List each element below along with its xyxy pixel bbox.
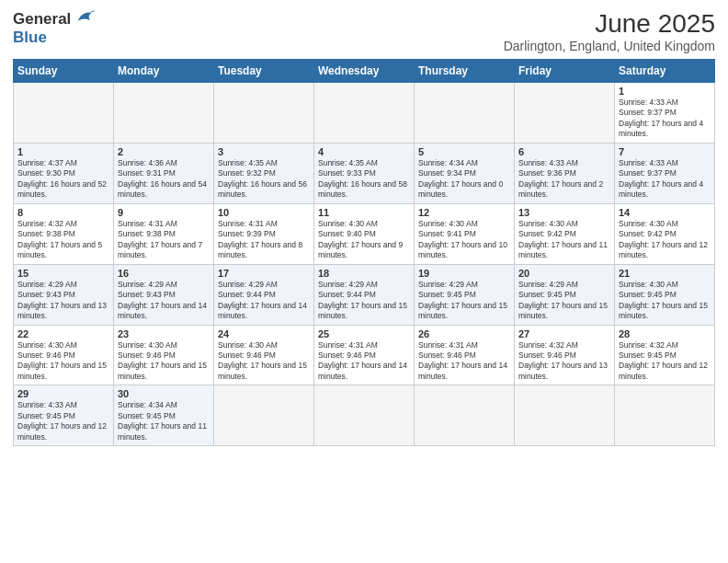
day-number: 2 [118, 146, 210, 157]
calendar-day: 28Sunrise: 4:32 AMSunset: 9:45 PMDayligh… [615, 325, 715, 385]
calendar-day: 6Sunrise: 4:33 AMSunset: 9:36 PMDaylight… [515, 143, 615, 203]
calendar-day: 1Sunrise: 4:37 AMSunset: 9:30 PMDaylight… [14, 143, 114, 203]
calendar-day: 22Sunrise: 4:30 AMSunset: 9:46 PMDayligh… [14, 325, 114, 385]
calendar-day: 15Sunrise: 4:29 AMSunset: 9:43 PMDayligh… [14, 264, 114, 325]
logo: General Blue [13, 9, 95, 47]
calendar-day: 4Sunrise: 4:35 AMSunset: 9:33 PMDaylight… [314, 143, 415, 203]
day-detail: Sunrise: 4:32 AMSunset: 9:45 PMDaylight:… [619, 340, 711, 383]
day-detail: Sunrise: 4:30 AMSunset: 9:41 PMDaylight:… [418, 219, 510, 261]
calendar-day: 26Sunrise: 4:31 AMSunset: 9:46 PMDayligh… [415, 325, 515, 385]
day-detail: Sunrise: 4:30 AMSunset: 9:46 PMDaylight:… [118, 340, 210, 383]
calendar-title: June 2025 [504, 9, 715, 39]
calendar-day: 25Sunrise: 4:31 AMSunset: 9:46 PMDayligh… [314, 325, 415, 385]
col-monday: Monday [114, 60, 214, 83]
calendar-day: 7Sunrise: 4:33 AMSunset: 9:37 PMDaylight… [615, 143, 715, 203]
col-wednesday: Wednesday [314, 60, 415, 83]
day-number: 25 [318, 328, 410, 339]
day-detail: Sunrise: 4:31 AMSunset: 9:38 PMDaylight:… [118, 219, 210, 261]
day-detail: Sunrise: 4:35 AMSunset: 9:32 PMDaylight:… [218, 158, 310, 201]
day-number: 19 [418, 268, 510, 279]
calendar-day: 13Sunrise: 4:30 AMSunset: 9:42 PMDayligh… [515, 203, 615, 264]
col-friday: Friday [515, 60, 615, 83]
logo-general: General [13, 10, 71, 28]
calendar-day [314, 83, 415, 144]
calendar-table: Sunday Monday Tuesday Wednesday Thursday… [13, 59, 715, 446]
calendar-day [515, 83, 615, 144]
calendar-day [415, 83, 515, 144]
day-detail: Sunrise: 4:29 AMSunset: 9:43 PMDaylight:… [118, 280, 210, 322]
day-detail: Sunrise: 4:30 AMSunset: 9:46 PMDaylight:… [218, 340, 310, 383]
day-number: 10 [218, 207, 310, 218]
day-detail: Sunrise: 4:32 AMSunset: 9:38 PMDaylight:… [17, 219, 109, 261]
day-number: 21 [619, 268, 711, 279]
calendar-day [615, 385, 715, 446]
calendar-day: 12Sunrise: 4:30 AMSunset: 9:41 PMDayligh… [415, 203, 515, 264]
day-number: 28 [619, 328, 711, 339]
calendar-day [515, 385, 615, 446]
day-number: 7 [619, 146, 711, 157]
calendar-day: 17Sunrise: 4:29 AMSunset: 9:44 PMDayligh… [214, 264, 314, 325]
day-number: 23 [118, 328, 210, 339]
day-number: 16 [118, 268, 210, 279]
calendar-week-6: 29Sunrise: 4:33 AMSunset: 9:45 PMDayligh… [14, 385, 715, 446]
day-number: 13 [518, 207, 610, 218]
col-tuesday: Tuesday [214, 60, 314, 83]
calendar-week-1: 1Sunrise: 4:33 AMSunset: 9:37 PMDaylight… [14, 83, 715, 144]
day-detail: Sunrise: 4:31 AMSunset: 9:46 PMDaylight:… [318, 340, 410, 383]
day-number: 18 [318, 268, 410, 279]
calendar-day: 10Sunrise: 4:31 AMSunset: 9:39 PMDayligh… [214, 203, 314, 264]
day-number: 4 [318, 146, 410, 157]
calendar-day: 27Sunrise: 4:32 AMSunset: 9:46 PMDayligh… [515, 325, 615, 385]
day-detail: Sunrise: 4:33 AMSunset: 9:45 PMDaylight:… [17, 400, 109, 442]
calendar-week-5: 22Sunrise: 4:30 AMSunset: 9:46 PMDayligh… [14, 325, 715, 385]
day-detail: Sunrise: 4:33 AMSunset: 9:36 PMDaylight:… [518, 158, 610, 201]
calendar-day: 23Sunrise: 4:30 AMSunset: 9:46 PMDayligh… [114, 325, 214, 385]
calendar-day: 14Sunrise: 4:30 AMSunset: 9:42 PMDayligh… [615, 203, 715, 264]
calendar-day [214, 385, 314, 446]
col-sunday: Sunday [14, 60, 114, 83]
col-saturday: Saturday [615, 60, 715, 83]
calendar-day: 1Sunrise: 4:33 AMSunset: 9:37 PMDaylight… [615, 83, 715, 144]
day-detail: Sunrise: 4:29 AMSunset: 9:45 PMDaylight:… [518, 280, 610, 322]
day-detail: Sunrise: 4:35 AMSunset: 9:33 PMDaylight:… [318, 158, 410, 201]
day-number: 9 [118, 207, 210, 218]
calendar-day: 2Sunrise: 4:36 AMSunset: 9:31 PMDaylight… [114, 143, 214, 203]
day-number: 1 [619, 86, 711, 97]
day-number: 5 [418, 146, 510, 157]
header: General Blue June 2025 Darlington, Engla… [13, 9, 715, 53]
calendar-day [14, 83, 114, 144]
calendar-day [415, 385, 515, 446]
day-number: 17 [218, 268, 310, 279]
day-number: 11 [318, 207, 410, 218]
calendar-location: Darlington, England, United Kingdom [504, 39, 715, 53]
day-detail: Sunrise: 4:30 AMSunset: 9:45 PMDaylight:… [619, 280, 711, 322]
day-detail: Sunrise: 4:30 AMSunset: 9:42 PMDaylight:… [518, 219, 610, 261]
logo-blue: Blue [13, 29, 47, 46]
day-number: 15 [17, 268, 109, 279]
day-detail: Sunrise: 4:33 AMSunset: 9:37 PMDaylight:… [619, 158, 711, 201]
day-detail: Sunrise: 4:29 AMSunset: 9:45 PMDaylight:… [418, 280, 510, 322]
calendar-header-row: Sunday Monday Tuesday Wednesday Thursday… [14, 60, 715, 83]
calendar-week-3: 8Sunrise: 4:32 AMSunset: 9:38 PMDaylight… [14, 203, 715, 264]
day-number: 3 [218, 146, 310, 157]
calendar-week-2: 1Sunrise: 4:37 AMSunset: 9:30 PMDaylight… [14, 143, 715, 203]
day-number: 30 [118, 388, 210, 399]
calendar-week-4: 15Sunrise: 4:29 AMSunset: 9:43 PMDayligh… [14, 264, 715, 325]
calendar-day: 21Sunrise: 4:30 AMSunset: 9:45 PMDayligh… [615, 264, 715, 325]
day-number: 8 [17, 207, 109, 218]
day-number: 1 [17, 146, 109, 157]
day-number: 27 [518, 328, 610, 339]
day-detail: Sunrise: 4:29 AMSunset: 9:44 PMDaylight:… [218, 280, 310, 322]
calendar-day: 20Sunrise: 4:29 AMSunset: 9:45 PMDayligh… [515, 264, 615, 325]
calendar-day: 16Sunrise: 4:29 AMSunset: 9:43 PMDayligh… [114, 264, 214, 325]
day-detail: Sunrise: 4:30 AMSunset: 9:42 PMDaylight:… [619, 219, 711, 261]
calendar-day: 30Sunrise: 4:34 AMSunset: 9:45 PMDayligh… [114, 385, 214, 446]
day-detail: Sunrise: 4:33 AMSunset: 9:37 PMDaylight:… [619, 98, 711, 140]
day-detail: Sunrise: 4:30 AMSunset: 9:40 PMDaylight:… [318, 219, 410, 261]
calendar-day [214, 83, 314, 144]
col-thursday: Thursday [415, 60, 515, 83]
calendar-day: 18Sunrise: 4:29 AMSunset: 9:44 PMDayligh… [314, 264, 415, 325]
calendar-day: 3Sunrise: 4:35 AMSunset: 9:32 PMDaylight… [214, 143, 314, 203]
calendar-day: 11Sunrise: 4:30 AMSunset: 9:40 PMDayligh… [314, 203, 415, 264]
title-block: June 2025 Darlington, England, United Ki… [504, 9, 715, 53]
